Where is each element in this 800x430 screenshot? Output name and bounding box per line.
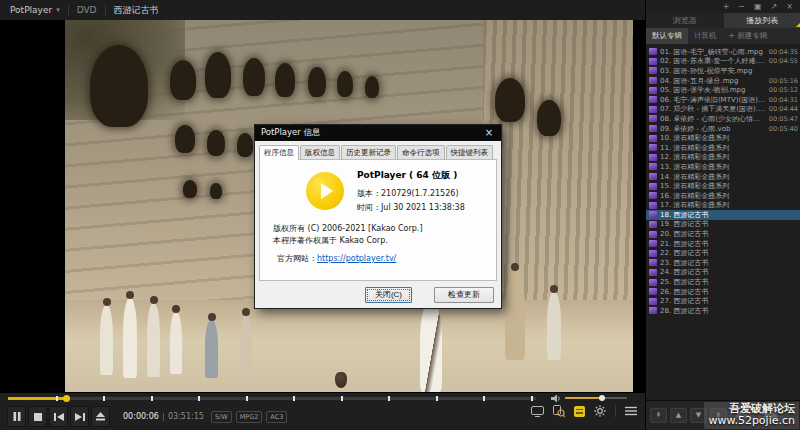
playlist-item[interactable]: 28. 西游记古书 [646, 306, 800, 316]
dialog-footer: 关闭(C) 检查更新 [255, 281, 501, 308]
playlist-item-duration: 00:05:40 [769, 125, 798, 133]
pin-icon[interactable]: + [723, 0, 730, 13]
restore-icon[interactable]: ▣ [754, 0, 762, 13]
panel-tabs: 浏览器播放列表 [646, 13, 800, 28]
titlebar[interactable]: PotPlayer ▾ DVD 西游记古书 [0, 0, 645, 20]
control-bar: 00:00:06 03:51:15 S/WMPG2AC3 [0, 392, 645, 430]
previous-button[interactable] [49, 406, 68, 427]
titlebar-divider [68, 5, 69, 15]
playlist-item[interactable]: 11. 滚石精彩金曲系列 [646, 143, 800, 153]
close-icon[interactable]: × [786, 0, 793, 13]
scene-shape [205, 320, 218, 378]
playlist-item[interactable]: 01. 国语-毛宁_杨钰莹-心雨.mpg00:04:35 [646, 47, 800, 57]
version-line: 版本：210729(1.7.21526) [357, 188, 465, 199]
dialog-titlebar[interactable]: PotPlayer 信息 × [255, 125, 501, 141]
playlist-item[interactable]: 27. 西游记古书 [646, 296, 800, 306]
playlist-item[interactable]: 10. 滚石精彩金曲系列 [646, 133, 800, 143]
dvd-button[interactable]: DVD [77, 5, 97, 15]
chapter-tick-icon [388, 396, 390, 401]
playlist-item[interactable]: 23. 西游记古书 [646, 258, 800, 268]
close-button[interactable]: 关闭(C) [365, 287, 412, 303]
album-tab[interactable]: 默认专辑 [646, 28, 688, 44]
maximize-icon[interactable]: ↗ [771, 0, 778, 13]
scene-shape [205, 52, 231, 98]
album-tab[interactable]: + 新建专辑 [723, 28, 774, 44]
playlist-item[interactable]: 14. 滚石精彩金曲系列 [646, 172, 800, 182]
playlist-item[interactable]: 16. 滚石精彩金曲系列 [646, 191, 800, 201]
scene-shape [483, 20, 633, 314]
media-file-icon [649, 144, 657, 151]
playlist-item[interactable]: 05. 国语-张学友-吻别.mpg00:05:12 [646, 85, 800, 95]
open-media-button[interactable] [91, 406, 110, 427]
playlist-item[interactable]: 07. 郑少秋 - 摘下满天星(国语).vob00:04:44 [646, 105, 800, 115]
scene-search-icon[interactable] [553, 405, 565, 417]
scene-shape [123, 298, 137, 378]
playlist-item-duration: 00:04:44 [769, 105, 798, 113]
playlist-item-label: 04. 国语-五月-缘分.mpg [660, 76, 767, 86]
menu-icon[interactable] [625, 406, 637, 416]
media-file-icon [649, 202, 657, 209]
playlist-item[interactable]: 18. 西游记古书 [646, 210, 800, 220]
gear-icon[interactable] [594, 405, 606, 417]
control-icons [531, 405, 637, 417]
playlist-item[interactable]: 15. 滚石精彩金曲系列 [646, 181, 800, 191]
scene-shape [183, 180, 197, 198]
scene-shape [547, 292, 561, 360]
playlist-item-label: 20. 西游记古书 [660, 229, 796, 239]
dialog-close-icon[interactable]: × [477, 125, 501, 141]
playlist-item[interactable]: 06. 毛宁-涛声依旧(MTV)(国语).mpg00:04:31 [646, 95, 800, 105]
playlist-item[interactable]: 25. 西游记古书 [646, 277, 800, 287]
app-menu-button[interactable]: PotPlayer [10, 5, 52, 15]
playlist-item[interactable]: 22. 西游记古书 [646, 248, 800, 258]
stop-button[interactable] [28, 406, 47, 427]
dialog-tab[interactable]: 程序信息 [259, 145, 299, 160]
check-update-button[interactable]: 检查更新 [434, 287, 494, 303]
playlist-item[interactable]: 17. 滚石精彩金曲系列 [646, 201, 800, 211]
playlist-toggle-icon[interactable] [574, 406, 585, 417]
video-display[interactable]: PotPlayer 信息 × 程序信息版权信息历史更新记录命令行选项快捷键列表 … [0, 20, 645, 392]
move-top-button[interactable]: ⇞ [650, 408, 667, 423]
playlist-item[interactable]: 19. 西游记古书 [646, 220, 800, 230]
scene-shape [243, 58, 265, 96]
panel-tab-playlist[interactable]: 播放列表 [724, 13, 800, 28]
volume-knob[interactable] [599, 395, 605, 401]
chapter-tick-icon [151, 396, 153, 401]
dialog-tab[interactable]: 命令行选项 [397, 145, 445, 159]
screen-icon[interactable] [531, 406, 544, 417]
media-file-icon [649, 115, 657, 122]
playlist-item-label: 28. 西游记古书 [660, 306, 796, 316]
playlist-item[interactable]: 09. 卓依婷 - 心雨.vob00:05:40 [646, 124, 800, 134]
playlist-item[interactable]: 04. 国语-五月-缘分.mpg00:05:16 [646, 76, 800, 86]
scene-shape [240, 315, 252, 379]
playlist-item-label: 27. 西游记古书 [660, 296, 796, 306]
dialog-tab[interactable]: 版权信息 [300, 145, 340, 159]
playlist-item[interactable]: 26. 西游记古书 [646, 287, 800, 297]
dialog-tab[interactable]: 历史更新记录 [341, 145, 396, 159]
playlist-item[interactable]: 21. 西游记古书 [646, 239, 800, 249]
website-link[interactable]: https://potplayer.tv/ [317, 254, 396, 263]
playlist-item[interactable]: 02. 国语-苏永康-爱一个人好难.mpg00:04:55 [646, 57, 800, 67]
playlist-item[interactable]: 13. 滚石精彩金曲系列 [646, 162, 800, 172]
playlist-item[interactable]: 03. 国语-孙悦-祝你平安.mpg [646, 66, 800, 76]
media-file-icon [649, 240, 657, 247]
seek-bar[interactable] [8, 397, 536, 400]
panel-tab-browser[interactable]: 浏览器 [646, 13, 724, 28]
media-file-icon [649, 307, 657, 314]
playlist-item[interactable]: 24. 西游记古书 [646, 268, 800, 278]
time-divider [163, 413, 164, 421]
playlist-item[interactable]: 20. 西游记古书 [646, 229, 800, 239]
speaker-icon[interactable] [551, 394, 561, 403]
chapter-tick-icon [436, 396, 438, 401]
minimize-icon[interactable]: − [738, 0, 745, 13]
move-up-button[interactable]: ▲ [670, 408, 687, 423]
next-button[interactable] [70, 406, 89, 427]
playlist-item[interactable]: 08. 卓依婷 - 心雨(少女的心情故事).vob00:05:47 [646, 114, 800, 124]
dialog-tab[interactable]: 快捷键列表 [446, 145, 494, 159]
volume-slider[interactable] [565, 397, 627, 399]
pause-button[interactable] [7, 406, 26, 427]
album-tab[interactable]: 计算机 [688, 28, 723, 44]
playlist-item-label: 15. 滚石精彩金曲系列 [660, 181, 796, 191]
media-file-icon [649, 298, 657, 305]
seek-knob[interactable] [63, 395, 70, 402]
playlist-item[interactable]: 12. 滚石精彩金曲系列 [646, 153, 800, 163]
